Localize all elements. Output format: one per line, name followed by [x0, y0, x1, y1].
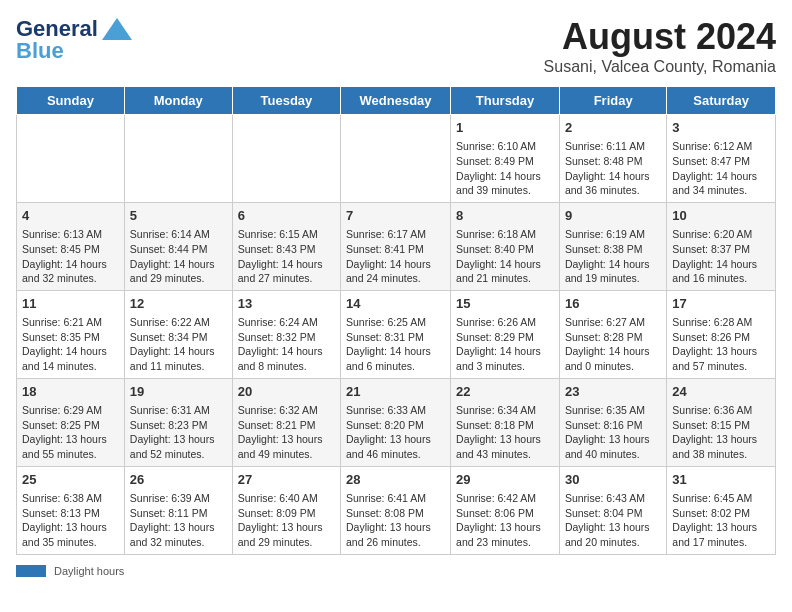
- day-info: Sunrise: 6:35 AM: [565, 403, 661, 418]
- calendar-cell: 14Sunrise: 6:25 AMSunset: 8:31 PMDayligh…: [341, 290, 451, 378]
- title-section: August 2024 Susani, Valcea County, Roman…: [544, 16, 776, 76]
- calendar-cell: 25Sunrise: 6:38 AMSunset: 8:13 PMDayligh…: [17, 466, 125, 554]
- calendar-cell: 31Sunrise: 6:45 AMSunset: 8:02 PMDayligh…: [667, 466, 776, 554]
- day-info: Sunrise: 6:29 AM: [22, 403, 119, 418]
- day-number: 20: [238, 383, 335, 401]
- day-info: Sunrise: 6:24 AM: [238, 315, 335, 330]
- calendar-cell: 11Sunrise: 6:21 AMSunset: 8:35 PMDayligh…: [17, 290, 125, 378]
- day-number: 7: [346, 207, 445, 225]
- day-number: 25: [22, 471, 119, 489]
- calendar-table: SundayMondayTuesdayWednesdayThursdayFrid…: [16, 86, 776, 555]
- day-number: 1: [456, 119, 554, 137]
- day-info: Daylight: 13 hours and 38 minutes.: [672, 432, 770, 461]
- calendar-cell: 30Sunrise: 6:43 AMSunset: 8:04 PMDayligh…: [559, 466, 666, 554]
- day-info: Daylight: 14 hours and 14 minutes.: [22, 344, 119, 373]
- calendar-week-row: 11Sunrise: 6:21 AMSunset: 8:35 PMDayligh…: [17, 290, 776, 378]
- logo-blue: Blue: [16, 38, 64, 64]
- day-info: Daylight: 14 hours and 8 minutes.: [238, 344, 335, 373]
- day-info: Sunset: 8:06 PM: [456, 506, 554, 521]
- calendar-cell: 13Sunrise: 6:24 AMSunset: 8:32 PMDayligh…: [232, 290, 340, 378]
- logo: General Blue: [16, 16, 132, 64]
- day-info: Daylight: 13 hours and 26 minutes.: [346, 520, 445, 549]
- day-number: 28: [346, 471, 445, 489]
- day-info: Sunrise: 6:41 AM: [346, 491, 445, 506]
- calendar-cell: 9Sunrise: 6:19 AMSunset: 8:38 PMDaylight…: [559, 202, 666, 290]
- calendar-cell: 2Sunrise: 6:11 AMSunset: 8:48 PMDaylight…: [559, 115, 666, 203]
- col-header-friday: Friday: [559, 87, 666, 115]
- calendar-cell: 20Sunrise: 6:32 AMSunset: 8:21 PMDayligh…: [232, 378, 340, 466]
- day-info: Sunset: 8:11 PM: [130, 506, 227, 521]
- day-info: Sunset: 8:20 PM: [346, 418, 445, 433]
- day-info: Daylight: 14 hours and 39 minutes.: [456, 169, 554, 198]
- day-info: Sunrise: 6:12 AM: [672, 139, 770, 154]
- calendar-cell: 12Sunrise: 6:22 AMSunset: 8:34 PMDayligh…: [124, 290, 232, 378]
- calendar-cell: 18Sunrise: 6:29 AMSunset: 8:25 PMDayligh…: [17, 378, 125, 466]
- day-info: Sunset: 8:28 PM: [565, 330, 661, 345]
- day-number: 23: [565, 383, 661, 401]
- calendar-cell: 7Sunrise: 6:17 AMSunset: 8:41 PMDaylight…: [341, 202, 451, 290]
- day-info: Sunset: 8:47 PM: [672, 154, 770, 169]
- day-info: Sunset: 8:04 PM: [565, 506, 661, 521]
- col-header-tuesday: Tuesday: [232, 87, 340, 115]
- day-info: Sunset: 8:25 PM: [22, 418, 119, 433]
- day-info: Sunrise: 6:32 AM: [238, 403, 335, 418]
- day-number: 21: [346, 383, 445, 401]
- day-info: Sunset: 8:15 PM: [672, 418, 770, 433]
- calendar-cell: 8Sunrise: 6:18 AMSunset: 8:40 PMDaylight…: [451, 202, 560, 290]
- day-info: Sunset: 8:31 PM: [346, 330, 445, 345]
- col-header-thursday: Thursday: [451, 87, 560, 115]
- calendar-cell: 19Sunrise: 6:31 AMSunset: 8:23 PMDayligh…: [124, 378, 232, 466]
- day-info: Daylight: 14 hours and 6 minutes.: [346, 344, 445, 373]
- day-number: 30: [565, 471, 661, 489]
- day-info: Sunset: 8:16 PM: [565, 418, 661, 433]
- day-number: 6: [238, 207, 335, 225]
- svg-marker-0: [102, 18, 132, 40]
- footer-label: Daylight hours: [54, 565, 124, 577]
- day-number: 18: [22, 383, 119, 401]
- calendar-week-row: 1Sunrise: 6:10 AMSunset: 8:49 PMDaylight…: [17, 115, 776, 203]
- calendar-cell: 17Sunrise: 6:28 AMSunset: 8:26 PMDayligh…: [667, 290, 776, 378]
- day-info: Sunrise: 6:26 AM: [456, 315, 554, 330]
- day-info: Sunrise: 6:45 AM: [672, 491, 770, 506]
- day-info: Daylight: 14 hours and 36 minutes.: [565, 169, 661, 198]
- col-header-wednesday: Wednesday: [341, 87, 451, 115]
- day-info: Daylight: 13 hours and 29 minutes.: [238, 520, 335, 549]
- calendar-header-row: SundayMondayTuesdayWednesdayThursdayFrid…: [17, 87, 776, 115]
- day-info: Sunrise: 6:38 AM: [22, 491, 119, 506]
- calendar-cell: 5Sunrise: 6:14 AMSunset: 8:44 PMDaylight…: [124, 202, 232, 290]
- day-number: 9: [565, 207, 661, 225]
- day-info: Sunrise: 6:33 AM: [346, 403, 445, 418]
- day-info: Daylight: 13 hours and 52 minutes.: [130, 432, 227, 461]
- day-info: Sunrise: 6:40 AM: [238, 491, 335, 506]
- day-info: Sunrise: 6:11 AM: [565, 139, 661, 154]
- subtitle: Susani, Valcea County, Romania: [544, 58, 776, 76]
- day-info: Daylight: 13 hours and 49 minutes.: [238, 432, 335, 461]
- day-info: Sunset: 8:26 PM: [672, 330, 770, 345]
- col-header-saturday: Saturday: [667, 87, 776, 115]
- day-info: Sunrise: 6:18 AM: [456, 227, 554, 242]
- calendar-cell: [232, 115, 340, 203]
- calendar-cell: 15Sunrise: 6:26 AMSunset: 8:29 PMDayligh…: [451, 290, 560, 378]
- day-info: Sunset: 8:23 PM: [130, 418, 227, 433]
- day-info: Sunset: 8:44 PM: [130, 242, 227, 257]
- calendar-cell: 16Sunrise: 6:27 AMSunset: 8:28 PMDayligh…: [559, 290, 666, 378]
- day-info: Sunset: 8:21 PM: [238, 418, 335, 433]
- day-info: Daylight: 14 hours and 24 minutes.: [346, 257, 445, 286]
- calendar-cell: 6Sunrise: 6:15 AMSunset: 8:43 PMDaylight…: [232, 202, 340, 290]
- day-info: Sunset: 8:18 PM: [456, 418, 554, 433]
- day-info: Daylight: 13 hours and 23 minutes.: [456, 520, 554, 549]
- page-header: General Blue August 2024 Susani, Valcea …: [16, 16, 776, 76]
- day-info: Daylight: 14 hours and 11 minutes.: [130, 344, 227, 373]
- day-info: Sunrise: 6:14 AM: [130, 227, 227, 242]
- day-number: 26: [130, 471, 227, 489]
- day-info: Sunrise: 6:10 AM: [456, 139, 554, 154]
- calendar-cell: 22Sunrise: 6:34 AMSunset: 8:18 PMDayligh…: [451, 378, 560, 466]
- day-number: 8: [456, 207, 554, 225]
- day-info: Sunrise: 6:34 AM: [456, 403, 554, 418]
- calendar-cell: 28Sunrise: 6:41 AMSunset: 8:08 PMDayligh…: [341, 466, 451, 554]
- day-number: 11: [22, 295, 119, 313]
- day-number: 14: [346, 295, 445, 313]
- day-info: Daylight: 14 hours and 32 minutes.: [22, 257, 119, 286]
- day-info: Sunrise: 6:43 AM: [565, 491, 661, 506]
- day-info: Daylight: 14 hours and 29 minutes.: [130, 257, 227, 286]
